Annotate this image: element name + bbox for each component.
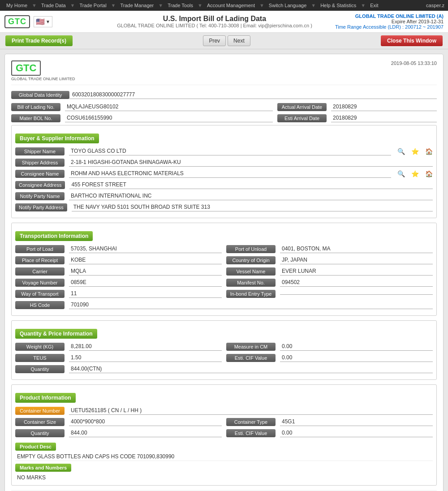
product-section: Product Information Container Number UET…: [11, 384, 437, 486]
flag-selector[interactable]: 🇺🇸 ▼: [34, 16, 52, 27]
actual-arrival-date-label: Actual Arrival Date: [277, 103, 327, 111]
esti-cif-value: 0.00: [280, 353, 433, 362]
nav-exit[interactable]: Exit: [367, 2, 381, 9]
consignee-address-value: 455 FOREST STREET: [69, 181, 433, 189]
weight-kg-value: 8,281.00: [69, 342, 222, 351]
product-quantity-label: Quantity: [15, 429, 65, 437]
nav-my-home[interactable]: My Home: [4, 2, 30, 9]
bol-row: Bill of Lading No. MQLAJAEUSG80102 Actua…: [11, 103, 437, 111]
global-data-identity-value: 600320180830000027777: [69, 90, 437, 99]
nav-help-statistics[interactable]: Help & Statistics: [318, 2, 359, 9]
carrier-value: MQLA: [69, 267, 222, 276]
logo-area: GTC 🇺🇸 ▼: [4, 15, 94, 28]
product-desc-label: Product Desc: [15, 443, 56, 451]
notify-party-address-label: Notify Party Address: [15, 203, 67, 211]
container-number-row: Container Number UETU5261185 ( CN / L / …: [15, 406, 433, 415]
consignee-star-icon[interactable]: ⭐: [411, 170, 419, 177]
container-type-label: Container Type: [226, 418, 276, 426]
way-of-transport-value: 11: [69, 289, 222, 298]
notify-party-name-value: BARTHCO INTERNATIONAL INC: [69, 192, 433, 200]
manifest-no-label: Manifest No.: [226, 279, 276, 287]
shipper-name-row: Shipper Name TOYO GLASS CO LTD 🔍 ⭐ 🏠: [15, 147, 433, 155]
shipper-address-label: Shipper Address: [15, 159, 65, 167]
transportation-section: Transportation Information Port of Load …: [11, 223, 437, 316]
place-of-receipt-label: Place of Receipt: [15, 256, 65, 264]
nav-trade-portal[interactable]: Trade Portal: [77, 2, 109, 9]
nav-menu: My Home ▼ Trade Data ▼ Trade Portal ▼ Tr…: [4, 2, 381, 9]
print-button[interactable]: Print Trade Record(s): [5, 35, 73, 46]
shipper-star-icon[interactable]: ⭐: [411, 148, 419, 155]
country-of-origin-label: Country of Origin: [226, 256, 276, 264]
marks-and-numbers-label: Marks and Numbers: [15, 464, 71, 472]
top-navigation: My Home ▼ Trade Data ▼ Trade Portal ▼ Tr…: [0, 0, 448, 11]
nav-switch-language[interactable]: Switch Language: [266, 2, 309, 9]
voyage-number-label: Voyage Number: [15, 279, 65, 287]
shipper-name-label: Shipper Name: [15, 147, 65, 155]
consignee-name-value: ROHM AND HAAS ELECTRONIC MATERIALS: [69, 169, 391, 178]
flag-dropdown-icon: ▼: [46, 19, 50, 24]
shipper-search-icon[interactable]: 🔍: [397, 148, 405, 155]
voyage-number-value: 0859E: [69, 278, 222, 287]
record-logo: GTC: [11, 60, 41, 76]
container-number-value: UETU5261185 ( CN / L / HH ): [69, 406, 433, 415]
page-title: U.S. Import Bill of Lading Data: [94, 15, 335, 23]
port-of-load-label: Port of Load: [15, 245, 65, 253]
vessel-name-value: EVER LUNAR: [280, 267, 433, 276]
in-bond-entry-type-label: In-bond Entry Type: [226, 290, 276, 298]
port-load-unload-row: Port of Load 57035, SHANGHAI Port of Unl…: [15, 245, 433, 253]
logo: GTC: [4, 15, 30, 28]
teus-value: 1.50: [69, 353, 222, 362]
notify-party-name-row: Notify Party Name BARTHCO INTERNATIONAL …: [15, 192, 433, 200]
account-info: GLOBAL TRADE ONLINE LIMITED (A) Expire A…: [335, 13, 444, 30]
vessel-name-label: Vessel Name: [226, 267, 276, 276]
close-button[interactable]: Close This Window: [381, 35, 443, 46]
flag-icon: 🇺🇸: [36, 17, 45, 26]
quantity-price-section: Quantity & Price Information Weight (KG)…: [11, 320, 437, 380]
transport-bond-row: Way of Transport 11 In-bond Entry Type: [15, 289, 433, 298]
global-data-identity-label: Global Data Identity: [11, 91, 69, 99]
navigation-buttons: Prev Next: [203, 35, 250, 46]
carrier-vessel-row: Carrier MQLA Vessel Name EVER LUNAR: [15, 267, 433, 276]
weight-kg-label: Weight (KG): [15, 343, 65, 351]
account-name: GLOBAL TRADE ONLINE LIMITED (A): [335, 13, 444, 19]
receipt-origin-row: Place of Receipt KOBE Country of Origin …: [15, 256, 433, 264]
shipper-name-value: TOYO GLASS CO LTD: [69, 147, 391, 155]
product-quantity-value: 844.00: [69, 429, 222, 437]
container-type-value: 45G1: [280, 418, 433, 426]
notify-party-name-label: Notify Party Name: [15, 192, 65, 200]
mater-bol-row: Mater BOL No. COSU6166155990 Esti Arriva…: [11, 114, 437, 122]
voyage-manifest-row: Voyage Number 0859E Manifest No. 094502: [15, 278, 433, 287]
way-of-transport-label: Way of Transport: [15, 290, 65, 298]
header-title-area: U.S. Import Bill of Lading Data GLOBAL T…: [94, 15, 335, 28]
global-data-identity-row: Global Data Identity 6003201808300000277…: [11, 90, 437, 99]
nav-trade-tools[interactable]: Trade Tools: [165, 2, 196, 9]
nav-trade-data[interactable]: Trade Data: [39, 2, 69, 9]
marks-and-numbers-value: NO MARKS: [15, 474, 433, 482]
quantity-value: 844.00(CTN): [69, 365, 433, 373]
quantity-row: Quantity 844.00(CTN): [15, 365, 433, 373]
nav-account-management[interactable]: Account Management: [204, 2, 258, 9]
next-button[interactable]: Next: [228, 35, 250, 46]
nav-trade-manager[interactable]: Trade Manager: [117, 2, 156, 9]
bill-of-lading-label: Bill of Lading No.: [11, 103, 60, 111]
consignee-search-icon[interactable]: 🔍: [397, 170, 405, 177]
time-range: Time Range Accessible (LDR) : 200712 ~ 2…: [335, 24, 444, 30]
consignee-name-row: Consignee Name ROHM AND HAAS ELECTRONIC …: [15, 169, 433, 178]
main-content: GTC GLOBAL TRADE ONLINE LIMITED 2019-08-…: [0, 49, 448, 491]
user-display: casper.z: [426, 3, 444, 8]
container-size-type-row: Container Size 4000*900*800 Container Ty…: [15, 418, 433, 426]
country-of-origin-value: JP, JAPAN: [280, 256, 433, 264]
carrier-label: Carrier: [15, 267, 65, 276]
prev-button[interactable]: Prev: [203, 35, 226, 46]
consignee-home-icon[interactable]: 🏠: [425, 170, 433, 177]
bill-of-lading-value: MQLAJAEUSG80102: [65, 103, 273, 111]
manifest-no-value: 094502: [280, 278, 433, 287]
shipper-address-row: Shipper Address 2-18-1 HIGASHI-GOTANDA S…: [15, 158, 433, 167]
in-bond-entry-type-value: [280, 293, 433, 295]
shipper-home-icon[interactable]: 🏠: [425, 148, 433, 155]
product-esti-cif-value: 0.00: [280, 429, 433, 437]
hs-code-row: HS Code 701090: [15, 301, 433, 309]
product-header: Product Information: [15, 393, 76, 403]
mater-bol-value: COSU6166155990: [65, 114, 273, 122]
measure-in-cm-value: 0.00: [280, 342, 433, 351]
